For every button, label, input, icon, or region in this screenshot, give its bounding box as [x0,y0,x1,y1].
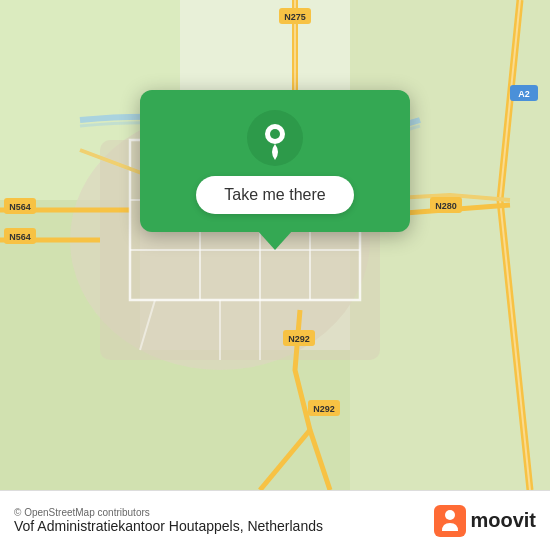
n280-label: N280 [435,201,457,211]
a2-label: A2 [518,89,530,99]
location-name-text: Vof Administratiekantoor Houtappels, Net… [14,518,323,534]
svg-point-29 [270,129,280,139]
pin-icon [247,110,303,166]
take-me-there-button[interactable]: Take me there [196,176,353,214]
n275-label: N275 [284,12,306,22]
n292b-label: N292 [313,404,335,414]
svg-rect-4 [140,350,350,490]
svg-point-31 [445,510,455,520]
n292a-label: N292 [288,334,310,344]
bottom-left-info: © OpenStreetMap contributors Vof Adminis… [14,507,323,534]
n564b-label: N564 [9,232,31,242]
moovit-logo: moovit [434,505,536,537]
svg-rect-30 [434,505,466,537]
attribution-text: © OpenStreetMap contributors [14,507,323,518]
map-container: N275 A2 N564 N564 N280 N292 N292 Zuid-Wi… [0,0,550,490]
n564-label: N564 [9,202,31,212]
location-popup: Take me there [140,90,410,232]
bottom-bar: © OpenStreetMap contributors Vof Adminis… [0,490,550,550]
moovit-brand-text: moovit [470,509,536,532]
moovit-icon [434,505,466,537]
